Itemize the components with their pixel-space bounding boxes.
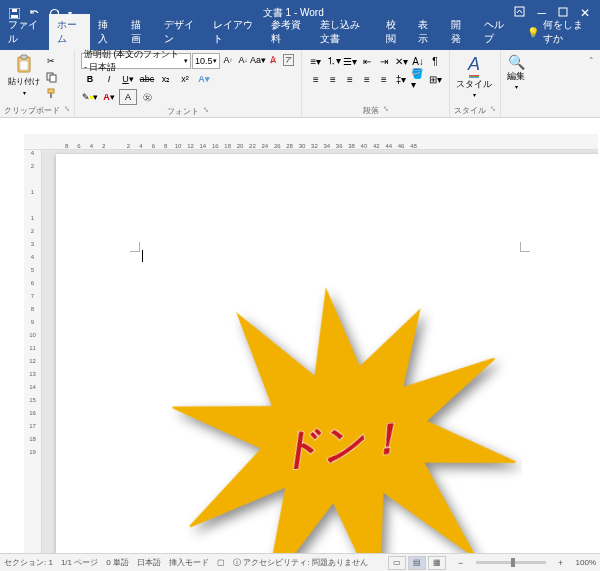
tab-insert[interactable]: 挿入	[90, 14, 123, 50]
ribbon-group-paragraph: ≡▾ ⒈▾ ☰▾ ⇤ ⇥ ✕▾ A↓ ¶ ≡ ≡ ≡ ≡ ≡ ‡▾ 🪣▾	[302, 50, 450, 117]
find-icon: 🔍	[508, 54, 525, 70]
document-area[interactable]: ドン！	[42, 150, 598, 553]
justify-icon[interactable]: ≡	[359, 71, 375, 87]
ribbon-group-editing: 🔍 編集 ▾	[501, 50, 531, 117]
font-name-selector[interactable]: 游明朝 (本文のフォント - 日本語▾	[81, 53, 191, 69]
increase-indent-icon[interactable]: ⇥	[376, 53, 392, 69]
paste-label: 貼り付け	[8, 76, 40, 87]
tell-me[interactable]: 💡 何をしますか	[517, 14, 600, 50]
highlight-icon[interactable]: ✎▾	[81, 89, 99, 105]
macro-record-icon[interactable]: ▢	[217, 558, 225, 567]
view-print-icon[interactable]: ▤	[408, 556, 426, 570]
strikethrough-button[interactable]: abc	[138, 71, 156, 87]
cut-icon[interactable]: ✂	[44, 54, 58, 68]
shading-icon[interactable]: 🪣▾	[410, 71, 426, 87]
copy-icon[interactable]	[44, 70, 58, 84]
chevron-down-icon: ▾	[23, 89, 26, 96]
font-size-selector[interactable]: 10.5▾	[192, 53, 220, 69]
svg-rect-2	[12, 9, 17, 12]
view-web-icon[interactable]: ▦	[428, 556, 446, 570]
status-section[interactable]: セクション: 1	[4, 557, 53, 568]
tab-review[interactable]: 校閲	[378, 14, 411, 50]
borders-icon[interactable]: ⊞▾	[427, 71, 443, 87]
zoom-level[interactable]: 100%	[576, 558, 596, 567]
phonetic-guide-icon[interactable]: ア	[281, 53, 295, 67]
vertical-ruler[interactable]: 42112345678910111213141516171819	[24, 150, 42, 553]
zoom-out-icon[interactable]: −	[454, 556, 468, 570]
align-center-icon[interactable]: ≡	[325, 71, 341, 87]
align-left-icon[interactable]: ≡	[308, 71, 324, 87]
accessibility-icon: ⓘ	[233, 558, 241, 567]
paragraph-group-label: 段落	[363, 105, 379, 116]
show-marks-icon[interactable]: ¶	[427, 53, 443, 69]
paste-button[interactable]: 貼り付け ▾	[4, 52, 44, 98]
tab-layout[interactable]: レイアウト	[205, 14, 263, 50]
status-mode[interactable]: 挿入モード	[169, 557, 209, 568]
asian-layout-icon[interactable]: ✕▾	[393, 53, 409, 69]
svg-rect-7	[21, 55, 27, 59]
zoom-slider[interactable]	[476, 561, 546, 564]
italic-button[interactable]: I	[100, 71, 118, 87]
font-color-icon[interactable]: A▾	[100, 89, 118, 105]
status-words[interactable]: 0 単語	[106, 557, 129, 568]
lightbulb-icon: 💡	[527, 27, 539, 38]
tab-draw[interactable]: 描画	[123, 14, 156, 50]
ribbon: 貼り付け ▾ ✂ クリップボード⤡ 游明朝 (本文のフォント - 日本語▾ 10…	[0, 50, 600, 118]
svg-rect-8	[20, 61, 28, 70]
clipboard-group-label: クリップボード	[4, 105, 60, 116]
tab-home[interactable]: ホーム	[49, 14, 90, 50]
line-spacing-icon[interactable]: ‡▾	[393, 71, 409, 87]
dialog-launcher-icon[interactable]: ⤡	[383, 105, 389, 116]
align-right-icon[interactable]: ≡	[342, 71, 358, 87]
distribute-icon[interactable]: ≡	[376, 71, 392, 87]
grow-font-icon[interactable]: A↑	[221, 53, 235, 67]
dialog-launcher-icon[interactable]: ⤡	[203, 106, 209, 117]
accessibility-status[interactable]: ⓘ アクセシビリティ: 問題ありません	[233, 557, 368, 568]
ribbon-group-font: 游明朝 (本文のフォント - 日本語▾ 10.5▾ A↑ A↓ Aa▾ A̷ ア…	[75, 50, 302, 117]
view-switcher: ▭ ▤ ▦	[388, 556, 446, 570]
editing-label: 編集	[507, 70, 525, 83]
margin-mark-icon	[130, 242, 140, 252]
status-lang[interactable]: 日本語	[137, 557, 161, 568]
change-case-icon[interactable]: Aa▾	[251, 53, 265, 67]
horizontal-ruler[interactable]: 8642246810121416182022242628303234363840…	[24, 134, 598, 150]
tab-developer[interactable]: 開発	[443, 14, 476, 50]
styles-button[interactable]: A スタイル ▾	[454, 52, 494, 100]
tab-mailings[interactable]: 差し込み文書	[312, 14, 378, 50]
tab-file[interactable]: ファイル	[0, 14, 49, 50]
bold-button[interactable]: B	[81, 71, 99, 87]
enclose-char-icon[interactable]: ㊛	[138, 89, 156, 105]
multilevel-icon[interactable]: ☰▾	[342, 53, 358, 69]
tab-references[interactable]: 参考資料	[263, 14, 312, 50]
ribbon-group-clipboard: 貼り付け ▾ ✂ クリップボード⤡	[0, 50, 75, 117]
tab-help[interactable]: ヘルプ	[476, 14, 517, 50]
text-effects-icon[interactable]: A▾	[195, 71, 213, 87]
shrink-font-icon[interactable]: A↓	[236, 53, 250, 67]
bullets-icon[interactable]: ≡▾	[308, 53, 324, 69]
decrease-indent-icon[interactable]: ⇤	[359, 53, 375, 69]
svg-rect-10	[50, 75, 56, 82]
superscript-button[interactable]: x²	[176, 71, 194, 87]
styles-label: スタイル	[456, 78, 492, 91]
numbering-icon[interactable]: ⒈▾	[325, 53, 341, 69]
zoom-in-icon[interactable]: +	[554, 556, 568, 570]
explosion-shape[interactable]: ドン！	[162, 280, 522, 553]
format-painter-icon[interactable]	[44, 86, 58, 100]
tab-design[interactable]: デザイン	[156, 14, 205, 50]
char-shading-icon[interactable]: A	[119, 89, 137, 105]
underline-button[interactable]: U▾	[119, 71, 137, 87]
tell-me-label: 何をしますか	[543, 18, 590, 46]
editing-button[interactable]: 🔍 編集 ▾	[505, 52, 527, 92]
tab-view[interactable]: 表示	[410, 14, 443, 50]
collapse-ribbon-icon[interactable]: ˄	[589, 56, 594, 66]
clear-format-icon[interactable]: A̷	[266, 53, 280, 67]
dialog-launcher-icon[interactable]: ⤡	[64, 105, 70, 116]
dialog-launcher-icon[interactable]: ⤡	[490, 105, 496, 116]
svg-marker-13	[162, 280, 522, 553]
subscript-button[interactable]: x₂	[157, 71, 175, 87]
status-page[interactable]: 1/1 ページ	[61, 557, 98, 568]
view-read-icon[interactable]: ▭	[388, 556, 406, 570]
sort-icon[interactable]: A↓	[410, 53, 426, 69]
text-cursor	[142, 250, 143, 262]
styles-group-label: スタイル	[454, 105, 486, 116]
